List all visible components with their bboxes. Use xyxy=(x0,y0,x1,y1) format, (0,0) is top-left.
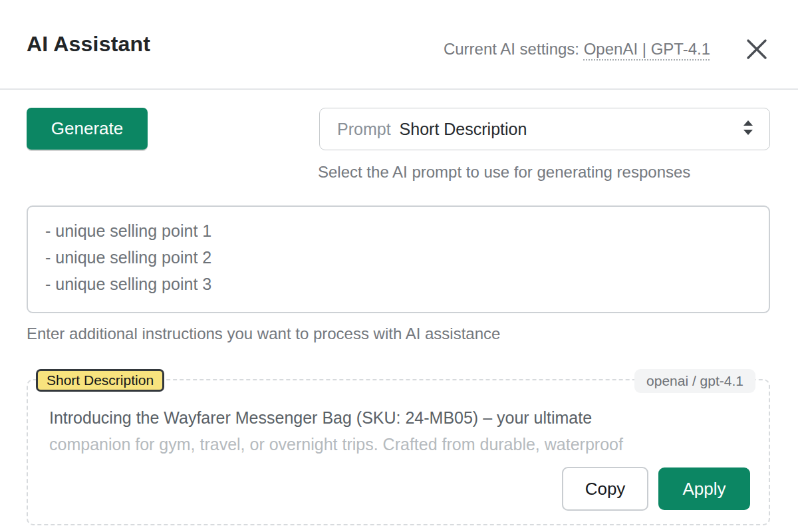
current-ai-settings-label: Current AI settings: xyxy=(444,40,584,58)
generate-button[interactable]: Generate xyxy=(27,108,148,150)
result-text-line1: Introducing the Wayfarer Messenger Bag (… xyxy=(49,404,749,431)
ai-settings-link[interactable]: OpenAI | GPT-4.1 xyxy=(584,40,710,58)
model-badge: openai / gpt-4.1 xyxy=(634,369,755,393)
header-right: Current AI settings: OpenAI | GPT-4.1 xyxy=(444,35,771,64)
prompt-select-help-text: Select the AI prompt to use for generati… xyxy=(318,163,777,182)
current-ai-settings: Current AI settings: OpenAI | GPT-4.1 xyxy=(444,40,710,59)
prompt-select-value: Short Description xyxy=(400,120,527,139)
chevron-up-down-icon xyxy=(741,120,755,138)
header-divider xyxy=(0,88,798,90)
close-icon xyxy=(744,37,769,62)
apply-button[interactable]: Apply xyxy=(658,467,750,510)
prompt-select-label: Prompt xyxy=(337,120,391,139)
prompt-select[interactable]: Prompt Short Description xyxy=(319,108,770,150)
instructions-textarea[interactable]: - unique selling point 1 - unique sellin… xyxy=(27,205,770,313)
result-panel: Short Description openai / gpt-4.1 Intro… xyxy=(27,379,770,525)
copy-button[interactable]: Copy xyxy=(562,467,648,511)
close-button[interactable] xyxy=(742,35,771,64)
result-actions: Copy Apply xyxy=(562,467,750,511)
ai-assistant-modal: AI Assistant Current AI settings: OpenAI… xyxy=(0,0,798,532)
page-title: AI Assistant xyxy=(27,32,150,57)
result-type-badge: Short Description xyxy=(36,369,164,392)
result-text-line2: companion for gym, travel, or overnight … xyxy=(49,431,749,458)
instructions-help-text: Enter additional instructions you want t… xyxy=(27,325,500,343)
